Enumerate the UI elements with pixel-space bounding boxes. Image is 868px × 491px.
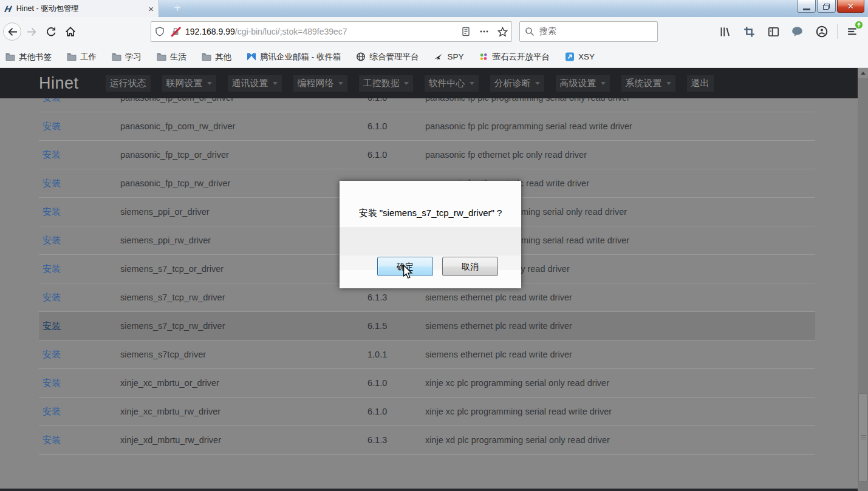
site-nav-item[interactable]: 分析诊断: [490, 75, 544, 92]
scrollbar-thumb[interactable]: [858, 393, 867, 482]
install-link[interactable]: 安装: [39, 406, 120, 418]
driver-description: panasonic fp ethernet plc only read driv…: [425, 150, 815, 160]
install-link[interactable]: 安装: [39, 349, 120, 361]
dialog-buttons: 确定 取消: [347, 257, 528, 276]
shield-icon[interactable]: [155, 27, 165, 36]
site-logo: Hinet: [39, 74, 79, 93]
bookmark-item[interactable]: XSY: [564, 52, 595, 62]
install-link[interactable]: 安装: [39, 178, 120, 189]
page-scrollbar[interactable]: [858, 68, 868, 491]
search-bar[interactable]: 搜索: [519, 21, 658, 42]
driver-name: siemens_s7_tcp_rw_driver: [120, 293, 367, 302]
sidebar-button[interactable]: [764, 22, 782, 41]
site-nav-item[interactable]: 通讯设置: [228, 75, 282, 92]
minimize-button[interactable]: [797, 0, 816, 13]
bookmarks-bar: 其他书签 工作 学习 生活 其他: [0, 46, 868, 68]
bookmark-item[interactable]: 综合管理平台: [356, 52, 419, 63]
site-nav-item[interactable]: 退出: [687, 75, 714, 92]
scroll-up-button[interactable]: [858, 68, 868, 78]
site-nav-item[interactable]: 系统设置: [621, 75, 675, 92]
home-button[interactable]: [61, 22, 80, 41]
install-link[interactable]: 安装: [39, 435, 120, 446]
install-link[interactable]: 安装: [39, 206, 120, 218]
site-nav-label: 运行状态: [110, 78, 146, 89]
bookmark-icon: [201, 52, 211, 62]
install-link[interactable]: 安装: [39, 292, 120, 303]
window-titlebar: H Hinet - 驱动包管理 × + ✕: [0, 0, 868, 17]
site-header: Hinet 运行状态 联网设置 通讯设置 编程网络 工控数据 软件中心: [0, 68, 868, 98]
bookmark-item[interactable]: SPY: [434, 52, 464, 62]
install-link[interactable]: 安装: [39, 235, 120, 246]
reload-button[interactable]: [41, 22, 61, 41]
bookmark-item[interactable]: 其他: [201, 52, 231, 63]
insecure-lock-icon[interactable]: [171, 27, 180, 36]
cancel-button[interactable]: 取消: [442, 257, 498, 276]
driver-version: 1.0.1: [367, 350, 425, 359]
driver-description: panasonic fp plc programming serial read…: [425, 121, 815, 131]
site-nav-item[interactable]: 高级设置: [556, 75, 610, 92]
site-nav-item[interactable]: 运行状态: [106, 75, 151, 92]
url-bar[interactable]: 192.168.9.99/cgi-bin/luci/;stok=489fe39e…: [151, 21, 512, 42]
reload-icon: [46, 27, 56, 37]
app-menu-button[interactable]: [844, 22, 862, 41]
chat-button[interactable]: [788, 22, 807, 41]
mouse-cursor: [402, 265, 414, 279]
driver-version: 6.1.3: [367, 435, 425, 445]
account-button[interactable]: [813, 22, 831, 41]
chevron-down-icon: [601, 82, 606, 85]
site-nav: 运行状态 联网设置 通讯设置 编程网络 工控数据 软件中心 分析诊断: [106, 75, 714, 92]
chevron-down-icon: [470, 82, 474, 85]
install-link[interactable]: 安装: [39, 263, 120, 275]
driver-version: 6.1.0: [367, 378, 425, 388]
table-row: 安装 xinje_xc_mbrtu_or_driver 6.1.0 xinje …: [39, 369, 815, 398]
bookmark-icon: [564, 52, 575, 62]
url-text[interactable]: 192.168.9.99/cgi-bin/luci/;stok=489fe39e…: [185, 27, 461, 36]
site-nav-item[interactable]: 联网设置: [162, 75, 216, 92]
tab-close-icon[interactable]: ×: [148, 4, 154, 14]
install-link[interactable]: 安装: [39, 149, 120, 161]
site-favicon: H: [4, 4, 12, 14]
bookmark-item[interactable]: 腾讯企业邮箱 - 收件箱: [246, 52, 341, 63]
bookmark-icon: [246, 52, 256, 62]
crop-icon: [743, 26, 755, 38]
install-link[interactable]: 安装: [39, 121, 120, 132]
browser-tab[interactable]: H Hinet - 驱动包管理 ×: [0, 0, 159, 17]
restore-button[interactable]: [817, 0, 836, 13]
install-link[interactable]: 安装: [39, 378, 120, 389]
site-nav-item[interactable]: 编程网络: [293, 75, 347, 92]
install-link[interactable]: 安装: [39, 320, 120, 332]
search-placeholder: 搜索: [539, 26, 556, 37]
new-tab-button[interactable]: +: [168, 1, 187, 16]
driver-name: xinje_xc_mbrtu_or_driver: [120, 378, 367, 388]
bookmark-icon: [479, 52, 489, 62]
bookmark-label: SPY: [448, 52, 464, 61]
forward-button[interactable]: [22, 22, 41, 41]
reader-view-icon[interactable]: [461, 27, 471, 36]
table-row: 安装 siemens_s7tcp_driver 1.0.1 siemens et…: [39, 340, 815, 369]
bookmark-item[interactable]: 其他书签: [5, 52, 52, 63]
site-nav-item[interactable]: 工控数据: [359, 75, 413, 92]
chevron-down-icon: [404, 82, 409, 85]
bookmark-icon: [434, 52, 444, 62]
site-nav-label: 系统设置: [626, 78, 662, 89]
library-button[interactable]: [716, 22, 734, 41]
bookmark-item[interactable]: 工作: [66, 52, 97, 63]
site-nav-label: 软件中心: [429, 78, 465, 89]
driver-description: siemens ethernet plc read write driver: [425, 321, 815, 331]
bookmark-star-icon[interactable]: [497, 27, 508, 37]
minimize-icon: [803, 8, 810, 10]
site-nav-label: 联网设置: [166, 78, 203, 89]
scrollbar-grip: [861, 435, 866, 440]
close-window-button[interactable]: ✕: [837, 0, 864, 13]
bookmark-label: 学习: [125, 52, 142, 63]
bookmark-item[interactable]: 学习: [111, 52, 142, 63]
table-row: 安装 siemens_s7_tcp_rw_driver 6.1.5 siemen…: [39, 312, 815, 340]
page-actions-icon[interactable]: [479, 27, 489, 36]
restore-icon: [823, 4, 830, 10]
screenshot-button[interactable]: [740, 22, 758, 41]
site-nav-item[interactable]: 软件中心: [425, 75, 479, 92]
back-button[interactable]: [2, 22, 22, 41]
bookmark-icon: [356, 52, 366, 62]
bookmark-item[interactable]: 生活: [156, 52, 186, 63]
bookmark-item[interactable]: 萤石云开放平台: [479, 52, 550, 63]
